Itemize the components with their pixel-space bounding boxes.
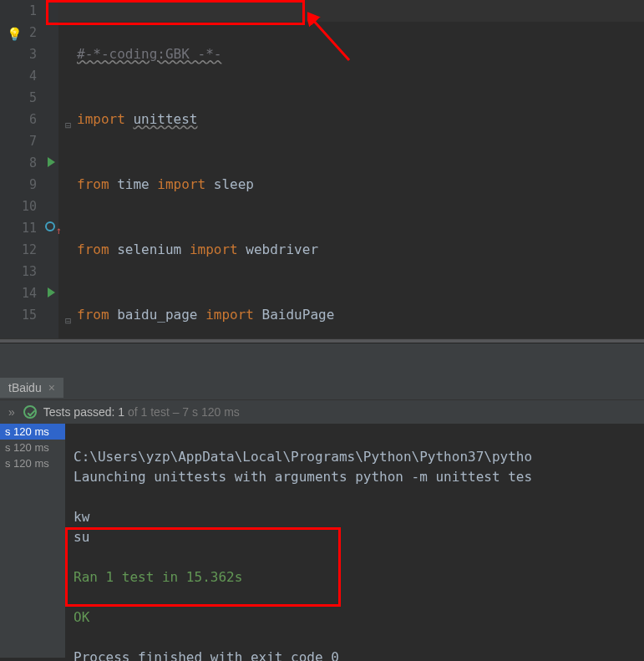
intention-bulb-icon[interactable]: 💡 [7,27,23,42]
identifier: BaiduPage [262,307,335,323]
keyword: import [77,111,125,127]
identifier: webdriver [246,242,318,257]
tree-item-selected[interactable]: s 120 ms [0,424,65,440]
tests-passed-count: 1 [118,405,124,419]
line-number: 9 [0,174,37,196]
code-editor[interactable]: 1 2 3 4 5 6 7 8 9 10 11↑ 12 13 14 15 💡 #… [0,0,644,338]
console-line: su [74,529,89,545]
identifier: baidu_page [117,307,197,323]
keyword: from [77,307,109,323]
line-number: 11↑ [0,217,37,239]
line-number: 10 [0,196,37,217]
line-number: 3 [0,43,37,65]
line-number: 7 [0,130,37,152]
panel-gap [0,343,644,375]
override-icon[interactable] [45,221,55,231]
keyword: import [190,242,238,257]
tab-testbaidu[interactable]: tBaidu × [0,378,63,398]
fold-icon[interactable]: ⊟ [65,310,74,318]
annotation-box [65,527,341,607]
gutter: 1 2 3 4 5 6 7 8 9 10 11↑ 12 13 14 15 [0,0,58,338]
arrow-up-icon: ↑ [56,220,62,242]
chevron-right-icon[interactable]: » [8,405,15,419]
tests-passed-label: Tests passed: [43,405,115,419]
keyword: import [205,307,254,323]
console-line: kw [74,509,89,525]
line-number: 14 [0,282,37,304]
identifier: sleep [214,176,254,192]
code-area[interactable]: #-*-coding:GBK -*- ⊟import unittest from… [77,0,644,338]
identifier: time [117,176,150,192]
line-number: 1 [0,0,37,22]
run-gutter-icon[interactable] [48,287,55,297]
code-text: #-*-coding:GBK -*- [77,46,221,62]
tab-label: tBaidu [8,381,42,394]
fold-icon[interactable]: ⊟ [65,114,74,123]
line-number: 6 [0,109,37,130]
keyword: import [157,176,205,192]
tests-total: of 1 test [128,405,170,419]
close-icon[interactable]: × [48,381,55,394]
console-line: Launching unittests with arguments pytho… [74,469,532,485]
line-number: 15 [0,304,37,326]
run-tabs: tBaidu × [0,375,644,400]
console-line: C:\Users\yzp\AppData\Local\Programs\Pyth… [74,449,532,465]
tree-item[interactable]: s 120 ms [0,440,65,455]
identifier: unittest [133,111,197,127]
line-number: 5 [0,87,37,109]
tree-item[interactable]: s 120 ms [0,455,65,471]
console-line-success: OK [74,609,89,625]
line-number: 13 [0,261,37,282]
line-number: 12 [0,239,37,261]
line-number: 4 [0,65,37,87]
console-panel: s 120 ms s 120 ms s 120 ms C:\Users\yzp\… [0,424,644,658]
console-line: Process finished with exit code 0 [74,649,339,661]
test-results-bar: » Tests passed: 1 of 1 test – 7 s 120 ms [0,400,644,424]
line-number: 8 [0,152,37,174]
run-gutter-icon[interactable] [48,157,55,167]
success-icon [23,405,37,419]
tests-time: – 7 s 120 ms [173,405,240,419]
console-line-success: Ran 1 test in 15.362s [74,569,242,585]
keyword: from [77,242,109,257]
test-tree[interactable]: s 120 ms s 120 ms s 120 ms [0,424,65,658]
identifier: selenium [117,242,181,257]
keyword: from [77,176,109,192]
console-output[interactable]: C:\Users\yzp\AppData\Local\Programs\Pyth… [65,424,644,658]
